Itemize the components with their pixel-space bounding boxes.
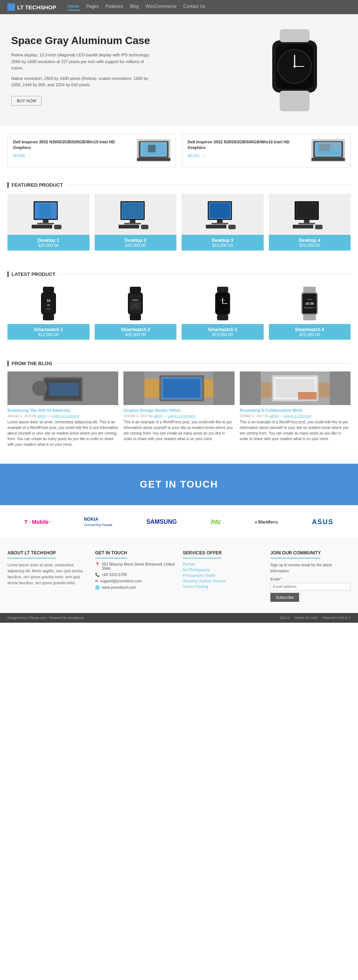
latest-product-3-label[interactable]: Smartwatch 3 $15,550.00 [182,324,264,340]
hero-text: Space Gray Aluminum Case Retina display:… [11,35,242,106]
svg-rect-2 [280,29,309,42]
phone-icon: 📞 [95,573,100,577]
featured-product-2-label[interactable]: Desktop 2 $35,000.00 [95,235,177,250]
featured-product-1-label[interactable]: Desktop 1 $20,000.00 [8,235,90,250]
latest-product-4-image[interactable]: SONY 10:35 SmartWatch 2 [269,283,351,324]
latest-product-2-image[interactable]: SONY 📱 [95,283,177,324]
latest-product-2-price: $30,000.00 [96,332,175,337]
featured-product-3-image[interactable] [182,194,264,235]
blog-post-2-image [124,371,234,405]
latest-product-3-price: $15,550.00 [183,332,262,337]
blog-post-2: Graphic Design Studio Office October 4, … [124,371,234,447]
footer-community-title: JOIN OUR COMMUNITY [270,550,321,558]
latest-product-3-image[interactable]: SONY [182,283,264,324]
latest-product-3-name: Smartwatch 3 [183,327,262,332]
service-photography-studio[interactable]: Photography Studio [183,573,263,578]
footer-community-text: Sign up to receive email for the latest … [270,562,350,574]
blog-post-2-comment[interactable]: Leave a Comment [168,414,195,418]
svg-rect-15 [311,158,345,161]
footer-email-input[interactable] [270,583,350,590]
featured-product-2-image[interactable] [95,194,177,235]
product-card-1-more[interactable]: MORE → [13,153,30,158]
desktop-svg-1 [32,199,65,229]
latest-product-4-name: Smartwatch 4 [270,327,349,332]
nav-woocommerce[interactable]: WooCommerce [146,4,176,10]
laptop-svg-1 [137,139,170,162]
logo: LT TECHSHOP [8,3,56,11]
get-in-touch-banner: GET IN TOUCH [0,464,358,505]
nav-contact[interactable]: Contact Us [183,4,205,10]
product-card-2-more[interactable]: MORE → [188,153,205,158]
map-icon: 📍 [95,562,100,566]
featured-section-title: FEATURED PRODUCT [0,175,358,188]
svg-rect-37 [217,220,223,223]
svg-text:SONY: SONY [307,298,312,301]
featured-product-4-image[interactable] [269,194,351,235]
hero-image [242,29,347,111]
header: LT TECHSHOP Home Pages Features Blog Woo… [0,0,358,14]
desktop-svg-4 [293,199,326,229]
footer-link-terms[interactable]: TERM OF USE [295,616,318,620]
svg-rect-29 [122,203,143,218]
hero-title: Space Gray Aluminum Case [11,35,242,47]
latest-product-1-label[interactable]: Smartwatch 1 $12,000.00 [8,324,90,340]
featured-product-2-price: $35,000.00 [96,243,175,248]
service-portrait[interactable]: Portrait [183,562,263,566]
service-shooting-outdoor[interactable]: Shooting Outdoor Scenes [183,579,263,583]
svg-rect-39 [206,225,227,229]
nav-home[interactable]: Home [68,4,79,10]
latest-product-2: SONY 📱 Smartwatch 2 $30,000.00 [95,283,177,340]
featured-product-1-price: $20,000.00 [9,243,88,248]
nav-blog[interactable]: Blog [130,4,139,10]
blog-post-2-excerpt: This is an example of a WordPress post, … [124,419,234,442]
blog-post-1-comment[interactable]: Leave a Comment [52,414,79,418]
footer-about-text: Lorem ipsum dolor sit amet, consectetur … [8,562,88,586]
featured-products-grid: Desktop 1 $20,000.00 Desktop 2 $35,000.0… [0,188,358,256]
blog-post-2-meta: October 4, 2017 By admin — Leave a Comme… [124,414,234,418]
service-screen-printing[interactable]: Screen Printing [183,585,263,589]
latest-product-2-label[interactable]: Smartwatch 2 $30,000.00 [95,324,177,340]
product-card-1: Dell Inspiron 3552 N3050/2GB/500GB/Win10… [8,134,176,167]
nav-features[interactable]: Features [106,4,123,10]
blog-post-2-author[interactable]: admin [153,414,163,418]
svg-rect-36 [209,203,230,218]
svg-rect-45 [298,223,315,224]
product-card-2: Dell Inspiron 3552 N3050/2GB/500GB/Win10… [182,134,350,167]
featured-product-2: Desktop 2 $35,000.00 [95,194,177,250]
blog-img-svg-1 [8,371,118,405]
service-art-photography[interactable]: Art Photography [183,568,263,572]
blog-post-2-title[interactable]: Graphic Design Studio Office [124,408,234,412]
brand-asus: ASUS [312,518,333,526]
svg-rect-25 [32,225,52,229]
featured-product-1-image[interactable] [8,194,90,235]
smartwatch-svg-3: SONY [209,287,236,320]
featured-product-4-name: Desktop 4 [270,238,349,243]
blog-post-3-author[interactable]: admin [269,414,279,418]
svg-text:10: 10 [47,299,50,302]
blog-post-3-comment[interactable]: Leave a Comment [284,414,311,418]
blog-post-1-author[interactable]: admin [37,414,47,418]
smartwatch-svg-1: 10 35 SONY [35,287,62,320]
brands-section: T · Mobile· NOKIAConnecting People SAMSU… [0,505,358,539]
svg-rect-40 [228,225,236,229]
brand-tmobile: T · Mobile· [25,519,50,525]
footer-link-policy[interactable]: PRIMARY POLICY [322,616,350,620]
latest-product-4-label[interactable]: Smartwatch 4 $25,000.00 [269,324,351,340]
nav-pages[interactable]: Pages [86,4,99,10]
footer-link-dmca[interactable]: DMCA [280,616,290,620]
latest-product-1-image[interactable]: 10 35 SONY [8,283,90,324]
svg-text:📱: 📱 [133,304,137,308]
blog-post-1-title[interactable]: Embracing The Gift Of Adversity [8,408,118,412]
featured-product-3: Desktop 3 $15,000.00 [182,194,264,250]
subscribe-button[interactable]: Subscribe [270,593,299,602]
svg-rect-22 [35,203,57,219]
footer-bottom-left: Designed by LTheme.com - Powered by Word… [8,616,84,620]
blog-post-3-title[interactable]: Promoting A Collaborative Work [240,408,350,412]
featured-product-1-name: Desktop 1 [9,238,88,243]
featured-product-3-label[interactable]: Desktop 3 $15,000.00 [182,235,264,250]
featured-product-4-label[interactable]: Desktop 4 $20,000.00 [269,235,351,250]
svg-rect-81 [49,383,79,396]
latest-product-1: 10 35 SONY Smartwatch 1 $12,000.00 [8,283,90,340]
buy-now-button[interactable]: BUY NOW [11,96,42,106]
svg-rect-31 [124,223,141,224]
